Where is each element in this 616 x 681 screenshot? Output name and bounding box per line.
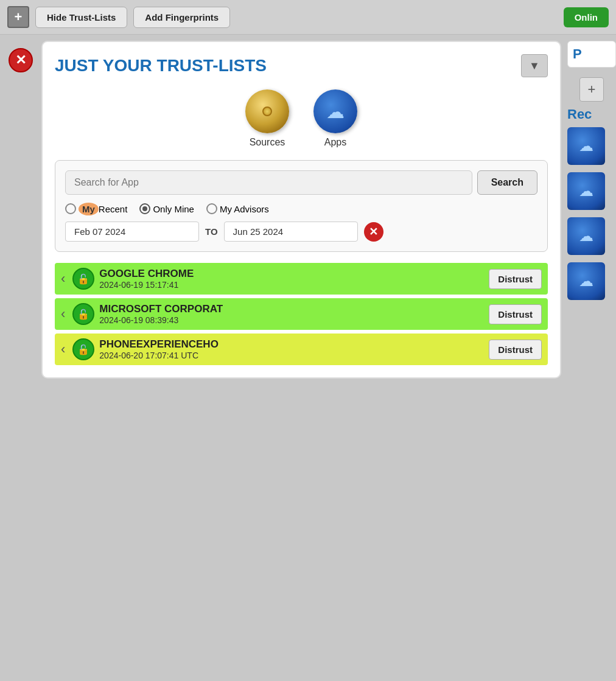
trust-item-date: 2024-06-20 17:07:41 UTC [99,351,484,360]
trust-list: ‹ 🔓 GOOGLE CHROME 2024-06-19 15:17:41 Di… [55,263,548,365]
radio-circle-only-mine [139,203,150,214]
search-area: Search MyRecent Only Mine [55,160,548,252]
lock-icon: 🔓 [72,268,94,290]
search-input[interactable] [65,170,472,195]
lock-symbol: 🔓 [77,309,89,320]
trust-panel-title: JUST YOUR TRUST-LISTS [55,56,267,75]
trust-header: JUST YOUR TRUST-LISTS ▼ [55,54,548,77]
cloud-icon-symbol: ☁ [579,138,593,155]
trust-item-name: PHONEEXPERIENCEHO [99,338,484,351]
trust-item-date: 2024-06-19 15:17:41 [99,280,484,290]
radio-my-advisors-label: My Advisors [220,204,269,214]
search-row: Search [65,170,537,195]
lock-icon: 🔓 [72,338,94,360]
trust-item-name: MICROSOFT CORPORAT [99,303,484,315]
radio-my-recent-label: MyRecent [79,204,127,214]
search-button[interactable]: Search [477,170,537,195]
distrust-button[interactable]: Distrust [489,304,542,324]
distrust-button[interactable]: Distrust [489,340,542,360]
right-cloud-icon-4[interactable]: ☁ [567,262,605,300]
close-icon: ✕ [15,52,26,68]
radio-circle-my-recent [65,203,76,214]
my-highlight: My [79,203,99,215]
radio-my-recent[interactable]: MyRecent [65,203,127,214]
date-to-separator: TO [205,226,218,237]
trust-item: ‹ 🔓 MICROSOFT CORPORAT 2024-06-19 08:39:… [55,298,548,330]
date-range-row: TO ✕ [65,222,537,242]
trust-item-date: 2024-06-19 08:39:43 [99,315,484,325]
right-cloud-icon-3[interactable]: ☁ [567,217,605,255]
trust-item-name: GOOGLE CHROME [99,268,484,280]
trust-item-info: MICROSOFT CORPORAT 2024-06-19 08:39:43 [99,303,484,325]
disc-hole [262,107,272,116]
right-cloud-icon-1[interactable]: ☁ [567,127,605,165]
toolbar-plus-button[interactable]: + [7,6,29,28]
category-icons-row: Sources ☁ Apps [55,89,548,148]
trust-lists-panel: JUST YOUR TRUST-LISTS ▼ Sources ☁ Apps [41,41,561,379]
sources-icon-item[interactable]: Sources [245,89,289,148]
apps-icon-item[interactable]: ☁ Apps [313,89,357,148]
plus-icon: + [588,82,596,97]
right-top-box: P [567,41,616,68]
collapse-button[interactable]: ▼ [521,54,548,77]
chevron-down-icon: ▼ [529,60,540,72]
main-layout: ✕ JUST YOUR TRUST-LISTS ▼ Sources ☁ A [0,35,616,385]
trust-item: ‹ 🔓 PHONEEXPERIENCEHO 2024-06-20 17:07:4… [55,334,548,365]
trust-item: ‹ 🔓 GOOGLE CHROME 2024-06-19 15:17:41 Di… [55,263,548,295]
rec-label: Rec [567,107,616,122]
trust-item-info: PHONEEXPERIENCEHO 2024-06-20 17:07:41 UT… [99,338,484,360]
sources-label: Sources [250,137,285,148]
right-top-label: P [573,46,582,61]
cloud-icon-symbol: ☁ [579,228,593,245]
toolbar: + Hide Trust-Lists Add Fingerprints Onli… [0,0,616,35]
date-to-input[interactable] [224,222,358,242]
lock-icon: 🔓 [72,303,94,325]
left-column: ✕ [0,41,41,379]
radio-only-mine[interactable]: Only Mine [139,203,194,214]
chevron-left-icon[interactable]: ‹ [61,306,65,322]
online-button[interactable]: Onlin [564,7,609,27]
right-plus-button[interactable]: + [579,77,604,102]
date-clear-button[interactable]: ✕ [364,222,383,242]
radio-only-mine-label: Only Mine [153,204,194,214]
right-panel: P + Rec ☁ ☁ ☁ ☁ [567,41,616,379]
right-cloud-icon-2[interactable]: ☁ [567,172,605,210]
distrust-button[interactable]: Distrust [489,269,542,289]
lock-symbol: 🔓 [77,344,89,355]
cloud-icon-symbol: ☁ [579,273,593,290]
chevron-left-icon[interactable]: ‹ [61,341,65,357]
close-button[interactable]: ✕ [9,48,33,72]
radio-row: MyRecent Only Mine My Advisors [65,203,537,214]
radio-my-advisors[interactable]: My Advisors [206,203,269,214]
lock-symbol: 🔓 [77,273,89,285]
radio-circle-my-advisors [206,203,217,214]
date-from-input[interactable] [65,222,199,242]
sources-disc-icon [245,89,289,133]
trust-item-info: GOOGLE CHROME 2024-06-19 15:17:41 [99,268,484,290]
add-fingerprints-button[interactable]: Add Fingerprints [133,7,230,28]
chevron-left-icon[interactable]: ‹ [61,271,65,287]
radio-dot-only-mine [142,206,147,211]
cloud-icon-symbol: ☁ [579,183,593,200]
cloud-symbol: ☁ [326,101,345,122]
hide-trust-lists-button[interactable]: Hide Trust-Lists [35,7,127,28]
apps-label: Apps [324,137,346,148]
apps-cloud-icon: ☁ [313,89,357,133]
